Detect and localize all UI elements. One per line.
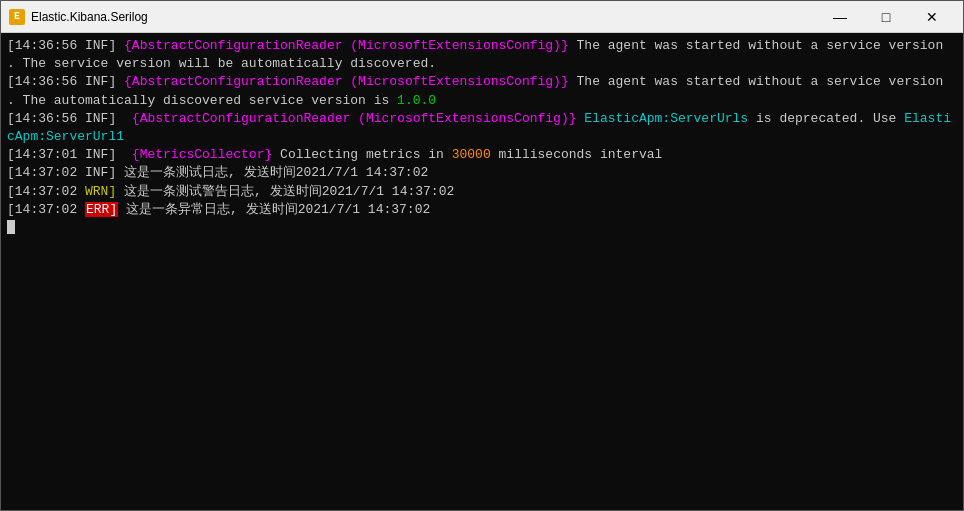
- close-button[interactable]: ✕: [909, 1, 955, 33]
- log-line-cont: . The automatically discovered service v…: [7, 92, 957, 110]
- timestamp: [14:36:56: [7, 38, 85, 53]
- log-level: INF]: [85, 74, 116, 89]
- timestamp: [14:37:02: [7, 202, 85, 217]
- log-level: INF]: [85, 165, 116, 180]
- cursor-line: [7, 219, 957, 237]
- log-level-error: ERR]: [85, 202, 118, 217]
- log-class: {MetricsCollector}: [132, 147, 272, 162]
- titlebar: E Elastic.Kibana.Serilog — □ ✕: [1, 1, 963, 33]
- timestamp: [14:36:56: [7, 74, 85, 89]
- timestamp: [14:36:56: [7, 111, 85, 126]
- log-level: INF]: [85, 147, 116, 162]
- log-class: {AbstractConfigurationReader (MicrosoftE…: [132, 111, 577, 126]
- log-line-cont: cApm:ServerUrl1: [7, 128, 957, 146]
- window-title: Elastic.Kibana.Serilog: [31, 10, 817, 24]
- log-line-cont: . The service version will be automatica…: [7, 55, 957, 73]
- log-class: {AbstractConfigurationReader (MicrosoftE…: [124, 74, 569, 89]
- log-level-warn: WRN]: [85, 184, 116, 199]
- log-line: [14:36:56 INF] {AbstractConfigurationRea…: [7, 37, 957, 55]
- window-controls: — □ ✕: [817, 1, 955, 33]
- log-line: [14:37:01 INF] {MetricsCollector} Collec…: [7, 146, 957, 164]
- window: E Elastic.Kibana.Serilog — □ ✕ [14:36:56…: [0, 0, 964, 511]
- console-output: [14:36:56 INF] {AbstractConfigurationRea…: [1, 33, 963, 510]
- log-line: [14:36:56 INF] {AbstractConfigurationRea…: [7, 73, 957, 91]
- log-line: [14:37:02 ERR] 这是一条异常日志, 发送时间2021/7/1 14…: [7, 201, 957, 219]
- log-level: INF]: [85, 38, 116, 53]
- log-line: [14:37:02 WRN] 这是一条测试警告日志, 发送时间2021/7/1 …: [7, 183, 957, 201]
- app-icon: E: [9, 9, 25, 25]
- log-level: INF]: [85, 111, 116, 126]
- log-line: [14:36:56 INF] {AbstractConfigurationRea…: [7, 110, 957, 128]
- timestamp: [14:37:02: [7, 165, 85, 180]
- log-class: {AbstractConfigurationReader (MicrosoftE…: [124, 38, 569, 53]
- console-cursor: [7, 220, 15, 234]
- log-line: [14:37:02 INF] 这是一条测试日志, 发送时间2021/7/1 14…: [7, 164, 957, 182]
- timestamp: [14:37:02: [7, 184, 85, 199]
- maximize-button[interactable]: □: [863, 1, 909, 33]
- minimize-button[interactable]: —: [817, 1, 863, 33]
- timestamp: [14:37:01: [7, 147, 85, 162]
